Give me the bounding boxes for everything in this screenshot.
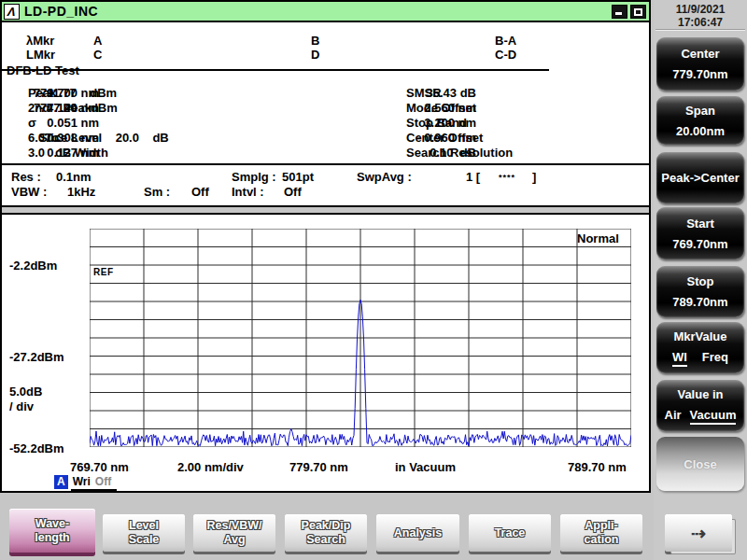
marker-a: A (93, 34, 102, 48)
intvl-label: Intvl : (232, 185, 264, 199)
option-freq: Freq (702, 350, 728, 367)
softkey-peak-to-center[interactable]: Peak->Center (656, 152, 744, 203)
softkey-start[interactable]: Start 769.70nm (656, 207, 744, 259)
menu-label: Wave- (35, 517, 69, 531)
analysis-value: 0.127 nm (28, 146, 99, 160)
menu-label: length (35, 531, 70, 545)
y-scale-suffix: / div (9, 399, 34, 413)
softkey-value: 20.00nm (676, 124, 725, 138)
x-scale-per-div: 2.00 nm/div (177, 460, 244, 474)
softkey-value: 789.70nm (672, 295, 727, 309)
menu-analysis[interactable]: Analysis (376, 514, 459, 552)
softkey-value: 779.70nm (672, 67, 727, 81)
softkey-value-in[interactable]: Value in AirVacuum (656, 380, 744, 431)
minimize-button[interactable] (612, 5, 627, 19)
y-tick-bottom: -52.2dBm (9, 441, 64, 455)
analysis-value: 0.10 dB (406, 146, 476, 160)
analysis-extra: - 11.77 dBm (39, 86, 117, 100)
y-scale-label: 5.0dB (9, 385, 42, 399)
menu-label: Res/VBW/ (206, 519, 261, 533)
sidebar-divider (655, 29, 745, 31)
option-wl: Wl (672, 350, 687, 367)
smplg-label: Smplg : (232, 170, 276, 184)
more-arrow-icon: ⇢ (691, 526, 706, 540)
marker-cd: C-D (495, 48, 516, 62)
analysis-panel: λMkr A B B-A LMkr C D C-D DFB-LD Test Pe… (2, 24, 649, 165)
softkey-label: Close (684, 457, 716, 471)
analysis-value: 3.200 nm (406, 116, 476, 130)
trace-state: Off (95, 475, 111, 488)
menu-trace[interactable]: Trace (469, 514, 551, 552)
softkey-sidebar: 11/9/2021 17:06:47 Center 779.70nm Span … (654, 0, 747, 560)
y-tick-ref: -2.2dBm (9, 259, 57, 273)
swpavg-value: 1 [ (466, 170, 480, 184)
window-controls (612, 5, 646, 19)
y-tick-mid: -27.2dBm (9, 350, 64, 364)
menu-label: Appli- (585, 519, 617, 533)
marker-ba: B-A (495, 34, 516, 48)
spectrum-chart-panel: -2.2dBm -27.2dBm 5.0dB / div -52.2dBm RE… (2, 213, 649, 491)
softkey-label: Start (686, 217, 714, 231)
marker-row1-label: λMkr (26, 34, 54, 48)
analysis-value: 2.560 nm (406, 101, 476, 115)
softkey-label: Peak->Center (661, 171, 739, 185)
analysis-value: 0.051 nm (28, 116, 99, 130)
osa-screen: Λ LD-PD_INC λMkr A B B-A LMkr C D C-D DF… (0, 0, 747, 560)
swpavg-stars: **** (499, 173, 515, 182)
intvl-value: Off (284, 185, 302, 199)
trace-status: A WriOff (54, 475, 117, 491)
analysis-value: 35.43 dB (406, 86, 476, 100)
analysis-extra: Slice Level 20.0 dB (39, 131, 169, 145)
menu-wavelength[interactable]: Wave-length (9, 509, 95, 553)
swpavg-label: SwpAvg : (357, 170, 412, 184)
sweep-settings-panel: Res : 0.1nm Smplg : 501pt SwpAvg : 1 [ *… (2, 165, 649, 207)
analysis-value: - 0.960 nm (406, 131, 476, 145)
softkey-value: 769.70nm (672, 237, 727, 251)
minimize-icon (615, 12, 622, 15)
res-label: Res : (11, 170, 41, 184)
x-tick-stop: 789.70 nm (568, 460, 627, 474)
softkey-label: MkrValue (673, 329, 726, 343)
trace-letter-badge: A (54, 475, 68, 489)
marker-d: D (311, 48, 319, 62)
menu-label: Level (129, 519, 159, 533)
softkey-stop[interactable]: Stop 789.70nm (656, 266, 744, 317)
softkey-center[interactable]: Center 779.70nm (656, 37, 744, 91)
maximize-button[interactable] (630, 5, 646, 19)
option-vacuum: Vacuum (690, 408, 737, 425)
marker-row2-label: LMkr (26, 48, 55, 62)
spectrum-plot (90, 229, 631, 447)
menu-label: Analysis (394, 526, 442, 540)
window-title: LD-PD_INC (24, 4, 98, 19)
softkey-mkr-value[interactable]: MkrValue WlFreq (656, 322, 744, 373)
menu-label: Trace (495, 526, 526, 540)
trace-write-mode: Wri (73, 475, 91, 488)
softkey-options: AirVacuum (665, 408, 737, 425)
menu-label: Avg (223, 533, 245, 547)
smplg-value: 501pt (282, 170, 314, 184)
menu-label: Scale (129, 533, 160, 547)
time-display: 17:06:47 (654, 16, 747, 29)
maximize-icon (634, 8, 642, 16)
menu-label: Search (306, 533, 345, 547)
x-tick-center: 779.70 nm (289, 460, 348, 474)
ref-level-label: REF (93, 267, 114, 277)
softkey-label: Value in (677, 387, 723, 401)
sm-value: Off (191, 185, 209, 199)
softkey-options: WlFreq (672, 350, 728, 367)
menu-level-scale[interactable]: LevelScale (103, 514, 185, 552)
menu-application[interactable]: Appli-cation (560, 514, 642, 552)
res-value: 0.1nm (56, 170, 92, 184)
date-display: 11/9/2021 (654, 3, 747, 16)
option-air: Air (665, 408, 682, 425)
softkey-span[interactable]: Span 20.00nm (656, 96, 744, 145)
title-bar: Λ LD-PD_INC (2, 2, 649, 22)
softkey-close[interactable]: Close (656, 437, 744, 491)
softkey-label: Span (685, 104, 715, 118)
menu-peak-dip-search[interactable]: Peak/DipSearch (285, 514, 367, 552)
main-window: Λ LD-PD_INC λMkr A B B-A LMkr C D C-D DF… (0, 0, 651, 493)
menu-label: cation (585, 533, 619, 547)
menu-more-arrow[interactable]: ⇢ (665, 514, 732, 552)
softkey-label: Center (681, 47, 719, 61)
menu-res-vbw-avg[interactable]: Res/VBW/Avg (193, 514, 275, 552)
